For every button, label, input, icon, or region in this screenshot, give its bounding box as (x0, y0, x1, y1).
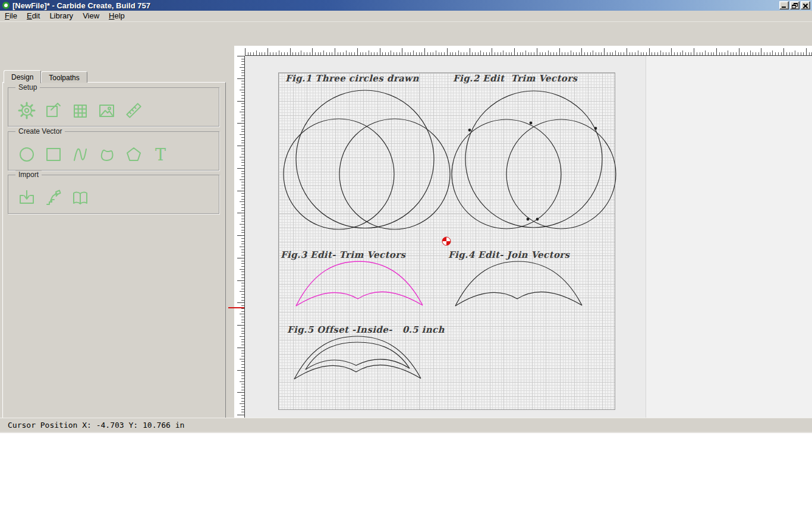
rectangle-icon (43, 144, 64, 165)
app-logo-icon (2, 2, 10, 9)
cursor-y-ruler-marker (228, 307, 244, 308)
fig5-offset-shape[interactable] (294, 336, 421, 379)
vertical-ruler (234, 56, 245, 440)
horizontal-ruler (245, 46, 812, 56)
fig2-trim-circles[interactable] (452, 91, 616, 229)
trace-image-button[interactable] (42, 186, 65, 210)
fig4-joined-shape[interactable] (455, 261, 582, 306)
import-box-icon (17, 188, 37, 208)
image-icon (97, 100, 117, 121)
titlebar[interactable]: [NewFile]* - Carbide Create, Build 757 (0, 0, 812, 11)
group-import: Import (8, 175, 219, 214)
statusbar: Cursor Position X: -4.703 Y: 10.766 in (0, 418, 812, 432)
sidebar: Design Toolpaths Setup (0, 44, 234, 440)
menu-help[interactable]: Help (104, 11, 130, 21)
menu-view[interactable]: View (78, 11, 104, 21)
curve-icon (97, 144, 117, 165)
fig2-caption: Fig.2 Edit Trim Vectors (453, 73, 577, 84)
grid-icon (70, 100, 90, 121)
pentagon-icon (124, 144, 144, 165)
group-create-vector-label: Create Vector (15, 127, 65, 135)
group-import-label: Import (15, 171, 42, 179)
fig1-caption: Fig.1 Three circles drawn (285, 73, 419, 84)
sidebar-tabstrip: Design Toolpaths (4, 70, 87, 83)
group-setup-label: Setup (15, 83, 40, 91)
fig3-trimmed-shape-selected[interactable] (296, 261, 423, 306)
minimize-button[interactable] (779, 1, 789, 10)
group-setup: Setup (8, 87, 219, 127)
design-library-button[interactable] (69, 186, 92, 210)
fig2-intersection-nodes (468, 122, 597, 221)
tab-toolpaths[interactable]: Toolpaths (41, 71, 87, 83)
polyline-icon (70, 144, 90, 165)
carbide-create-window: [NewFile]* - Carbide Create, Build 757 F… (0, 0, 812, 524)
create-polygon-button[interactable] (122, 143, 145, 166)
cursor-position-readout: Cursor Position X: -4.703 Y: 10.766 in (8, 421, 184, 430)
circle-icon (17, 144, 37, 165)
create-circle-button[interactable] (15, 143, 38, 166)
minimize-icon (782, 7, 786, 8)
book-icon (70, 188, 90, 208)
create-curve-button[interactable] (96, 143, 118, 166)
fig3-caption: Fig.3 Edit- Trim Vectors (281, 250, 405, 260)
ruler-icon (124, 100, 144, 121)
window-title: [NewFile]* - Carbide Create, Build 757 (12, 1, 150, 10)
import-file-button[interactable] (15, 186, 38, 210)
create-polyline-button[interactable] (69, 143, 92, 166)
page-pencil-icon (43, 100, 64, 121)
create-rectangle-button[interactable] (42, 143, 65, 166)
group-create-vector: Create Vector (8, 131, 219, 171)
measure-button[interactable] (122, 99, 145, 122)
origin-marker-icon (442, 237, 451, 245)
outside-window-area (0, 432, 812, 524)
menu-edit[interactable]: Edit (22, 11, 45, 21)
restore-button[interactable] (790, 1, 800, 10)
edit-stock-button[interactable] (42, 99, 65, 122)
fig5-caption: Fig.5 Offset -Inside- 0.5 inch (287, 324, 445, 335)
trace-icon (43, 188, 64, 208)
svg-text:T: T (155, 146, 166, 164)
fig4-caption: Fig.4 Edit- Join Vectors (448, 250, 569, 260)
menu-library[interactable]: Library (45, 11, 78, 21)
tab-design[interactable]: Design (4, 70, 41, 83)
job-setup-gear-button[interactable] (15, 99, 38, 122)
background-image-button[interactable] (96, 99, 118, 122)
create-text-button[interactable]: T (149, 143, 172, 166)
gear-icon (17, 100, 37, 121)
grid-settings-button[interactable] (69, 99, 92, 122)
fig1-three-circles[interactable] (284, 90, 450, 229)
menubar: File Edit Library View Help (0, 11, 812, 22)
design-panel: Setup (2, 82, 226, 458)
close-button[interactable] (801, 1, 810, 10)
text-icon: T (150, 144, 171, 165)
workarea: Fig.1 Three circles drawn Fig.2 Edit Tri… (0, 22, 812, 418)
menu-file[interactable]: File (0, 11, 22, 21)
ruler-corner (234, 46, 245, 56)
vector-overlay (245, 56, 812, 440)
